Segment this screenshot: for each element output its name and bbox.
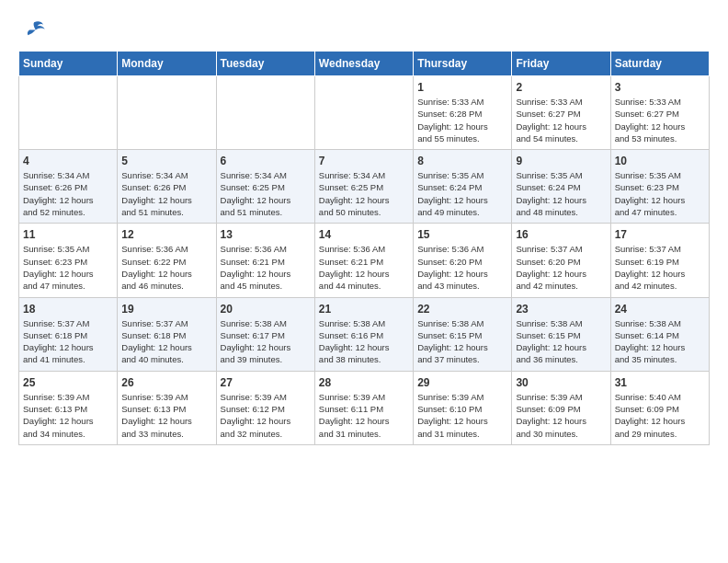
day-number: 23 — [516, 303, 606, 316]
calendar-cell — [314, 76, 413, 150]
calendar-cell: 28Sunrise: 5:39 AM Sunset: 6:11 PM Dayli… — [314, 371, 413, 444]
logo — [18, 18, 50, 41]
day-header-saturday: Saturday — [610, 52, 709, 76]
day-number: 4 — [23, 155, 113, 167]
day-info: Sunrise: 5:37 AM Sunset: 6:19 PM Dayligh… — [615, 243, 705, 292]
calendar-cell: 31Sunrise: 5:40 AM Sunset: 6:09 PM Dayli… — [610, 371, 709, 444]
calendar-cell: 6Sunrise: 5:34 AM Sunset: 6:25 PM Daylig… — [216, 150, 314, 224]
day-info: Sunrise: 5:40 AM Sunset: 6:09 PM Dayligh… — [615, 391, 705, 440]
day-number: 11 — [23, 228, 113, 241]
day-info: Sunrise: 5:39 AM Sunset: 6:09 PM Dayligh… — [516, 391, 606, 440]
calendar-cell: 18Sunrise: 5:37 AM Sunset: 6:18 PM Dayli… — [19, 297, 118, 371]
calendar-cell: 11Sunrise: 5:35 AM Sunset: 6:23 PM Dayli… — [19, 224, 118, 297]
calendar-cell: 24Sunrise: 5:38 AM Sunset: 6:14 PM Dayli… — [610, 297, 709, 371]
day-info: Sunrise: 5:38 AM Sunset: 6:15 PM Dayligh… — [417, 317, 507, 366]
calendar-week-4: 18Sunrise: 5:37 AM Sunset: 6:18 PM Dayli… — [19, 297, 710, 371]
day-header-sunday: Sunday — [19, 52, 118, 76]
calendar-cell: 9Sunrise: 5:35 AM Sunset: 6:24 PM Daylig… — [512, 150, 610, 224]
calendar-cell: 15Sunrise: 5:36 AM Sunset: 6:20 PM Dayli… — [414, 224, 512, 297]
calendar-cell: 29Sunrise: 5:39 AM Sunset: 6:10 PM Dayli… — [414, 371, 512, 444]
calendar-cell: 5Sunrise: 5:34 AM Sunset: 6:26 PM Daylig… — [118, 150, 216, 224]
day-info: Sunrise: 5:36 AM Sunset: 6:20 PM Dayligh… — [417, 243, 507, 292]
day-header-wednesday: Wednesday — [314, 52, 413, 76]
calendar-cell — [216, 76, 314, 150]
calendar-cell: 3Sunrise: 5:33 AM Sunset: 6:27 PM Daylig… — [610, 76, 709, 150]
day-number: 3 — [615, 81, 705, 94]
calendar-cell: 8Sunrise: 5:35 AM Sunset: 6:24 PM Daylig… — [414, 150, 512, 224]
day-number: 24 — [615, 303, 705, 316]
calendar-cell: 4Sunrise: 5:34 AM Sunset: 6:26 PM Daylig… — [19, 150, 118, 224]
calendar-cell: 14Sunrise: 5:36 AM Sunset: 6:21 PM Dayli… — [314, 224, 413, 297]
day-number: 15 — [417, 228, 507, 241]
day-number: 25 — [23, 376, 113, 389]
day-info: Sunrise: 5:39 AM Sunset: 6:11 PM Dayligh… — [319, 391, 409, 440]
day-number: 29 — [417, 376, 507, 389]
day-info: Sunrise: 5:34 AM Sunset: 6:25 PM Dayligh… — [221, 169, 311, 218]
day-number: 31 — [615, 376, 705, 389]
day-info: Sunrise: 5:36 AM Sunset: 6:22 PM Dayligh… — [121, 243, 211, 292]
day-header-tuesday: Tuesday — [216, 52, 314, 76]
day-number: 18 — [23, 303, 113, 316]
day-number: 1 — [417, 81, 507, 94]
day-info: Sunrise: 5:39 AM Sunset: 6:13 PM Dayligh… — [121, 391, 211, 440]
calendar-cell: 1Sunrise: 5:33 AM Sunset: 6:28 PM Daylig… — [414, 76, 512, 150]
day-info: Sunrise: 5:33 AM Sunset: 6:28 PM Dayligh… — [417, 96, 507, 144]
day-info: Sunrise: 5:34 AM Sunset: 6:26 PM Dayligh… — [23, 169, 113, 218]
calendar-cell: 26Sunrise: 5:39 AM Sunset: 6:13 PM Dayli… — [118, 371, 216, 444]
day-number: 10 — [615, 155, 705, 167]
day-info: Sunrise: 5:37 AM Sunset: 6:18 PM Dayligh… — [121, 317, 211, 366]
day-number: 17 — [615, 228, 705, 241]
day-number: 13 — [221, 228, 311, 241]
day-info: Sunrise: 5:38 AM Sunset: 6:15 PM Dayligh… — [516, 317, 606, 366]
calendar-cell: 16Sunrise: 5:37 AM Sunset: 6:20 PM Dayli… — [512, 224, 610, 297]
day-info: Sunrise: 5:37 AM Sunset: 6:20 PM Dayligh… — [516, 243, 606, 292]
day-header-thursday: Thursday — [414, 52, 512, 76]
day-number: 14 — [319, 228, 409, 241]
day-info: Sunrise: 5:35 AM Sunset: 6:23 PM Dayligh… — [615, 169, 705, 218]
day-number: 16 — [516, 228, 606, 241]
day-info: Sunrise: 5:38 AM Sunset: 6:14 PM Dayligh… — [615, 317, 705, 366]
calendar-cell: 17Sunrise: 5:37 AM Sunset: 6:19 PM Dayli… — [610, 224, 709, 297]
day-number: 2 — [516, 81, 606, 94]
calendar-cell: 23Sunrise: 5:38 AM Sunset: 6:15 PM Dayli… — [512, 297, 610, 371]
day-header-monday: Monday — [118, 52, 216, 76]
day-number: 5 — [121, 155, 211, 167]
day-number: 26 — [121, 376, 211, 389]
day-info: Sunrise: 5:33 AM Sunset: 6:27 PM Dayligh… — [615, 96, 705, 144]
day-info: Sunrise: 5:36 AM Sunset: 6:21 PM Dayligh… — [319, 243, 409, 292]
day-info: Sunrise: 5:39 AM Sunset: 6:13 PM Dayligh… — [23, 391, 113, 440]
day-info: Sunrise: 5:38 AM Sunset: 6:17 PM Dayligh… — [221, 317, 311, 366]
calendar-cell: 10Sunrise: 5:35 AM Sunset: 6:23 PM Dayli… — [610, 150, 709, 224]
day-info: Sunrise: 5:34 AM Sunset: 6:25 PM Dayligh… — [319, 169, 409, 218]
calendar-cell: 20Sunrise: 5:38 AM Sunset: 6:17 PM Dayli… — [216, 297, 314, 371]
calendar-cell: 12Sunrise: 5:36 AM Sunset: 6:22 PM Dayli… — [118, 224, 216, 297]
day-info: Sunrise: 5:34 AM Sunset: 6:26 PM Dayligh… — [121, 169, 211, 218]
day-info: Sunrise: 5:33 AM Sunset: 6:27 PM Dayligh… — [516, 96, 606, 144]
day-number: 21 — [319, 303, 409, 316]
day-number: 20 — [221, 303, 311, 316]
day-info: Sunrise: 5:39 AM Sunset: 6:10 PM Dayligh… — [417, 391, 507, 440]
day-number: 12 — [121, 228, 211, 241]
day-info: Sunrise: 5:37 AM Sunset: 6:18 PM Dayligh… — [23, 317, 113, 366]
day-number: 28 — [319, 376, 409, 389]
page-header — [18, 18, 710, 41]
calendar-header-row: SundayMondayTuesdayWednesdayThursdayFrid… — [19, 52, 710, 76]
day-info: Sunrise: 5:35 AM Sunset: 6:23 PM Dayligh… — [23, 243, 113, 292]
day-number: 27 — [221, 376, 311, 389]
calendar-cell: 19Sunrise: 5:37 AM Sunset: 6:18 PM Dayli… — [118, 297, 216, 371]
calendar-table: SundayMondayTuesdayWednesdayThursdayFrid… — [18, 51, 710, 445]
calendar-cell: 22Sunrise: 5:38 AM Sunset: 6:15 PM Dayli… — [414, 297, 512, 371]
day-header-friday: Friday — [512, 52, 610, 76]
day-number: 8 — [417, 155, 507, 167]
day-number: 6 — [221, 155, 311, 167]
day-info: Sunrise: 5:38 AM Sunset: 6:16 PM Dayligh… — [319, 317, 409, 366]
day-number: 22 — [417, 303, 507, 316]
day-info: Sunrise: 5:35 AM Sunset: 6:24 PM Dayligh… — [417, 169, 507, 218]
calendar-week-3: 11Sunrise: 5:35 AM Sunset: 6:23 PM Dayli… — [19, 224, 710, 297]
calendar-cell — [19, 76, 118, 150]
calendar-cell: 21Sunrise: 5:38 AM Sunset: 6:16 PM Dayli… — [314, 297, 413, 371]
logo-icon — [18, 18, 46, 41]
day-number: 30 — [516, 376, 606, 389]
calendar-cell: 13Sunrise: 5:36 AM Sunset: 6:21 PM Dayli… — [216, 224, 314, 297]
calendar-week-1: 1Sunrise: 5:33 AM Sunset: 6:28 PM Daylig… — [19, 76, 710, 150]
